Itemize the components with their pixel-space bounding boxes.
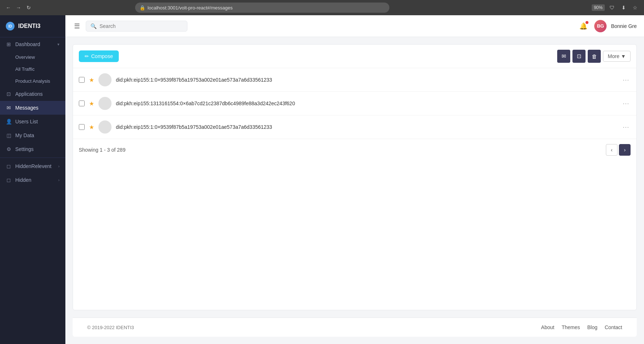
menu-toggle-button[interactable]: ☰ [73, 21, 81, 32]
footer-link-blog[interactable]: Blog [587, 324, 598, 330]
sidebar-label-all-traffic: All Traffic [15, 66, 35, 72]
messages-actions: ✉ ⊡ 🗑 More ▼ [557, 50, 631, 63]
message-options-2[interactable]: ⋯ [621, 99, 631, 107]
sidebar-label-hidden-relevent: HiddenRelevent [15, 163, 54, 169]
brand-icon: ID [6, 22, 15, 30]
sidebar-item-product-analysis[interactable]: Product Analysis [0, 75, 65, 87]
message-row-2[interactable]: ★ did:pkh:eip155:1313161554:0×6ab7cd21c2… [73, 92, 636, 115]
footer: © 2019-2022 IDENTI3 About Themes Blog Co… [73, 318, 637, 337]
message-checkbox-2[interactable] [79, 101, 85, 106]
user-name[interactable]: Bonnie Gre [611, 23, 637, 29]
message-address-2: did:pkh:eip155:1313161554:0×6ab7cd21c238… [116, 101, 617, 106]
bookmark-icon[interactable]: ☆ [631, 3, 640, 12]
refresh-button[interactable]: ↻ [25, 4, 33, 12]
sidebar-item-settings[interactable]: ⚙ Settings [0, 142, 65, 156]
sidebar-label-applications: Applications [15, 91, 60, 97]
archive-action-button[interactable]: ⊡ [572, 50, 586, 63]
footer-link-about[interactable]: About [541, 324, 555, 330]
message-checkbox-3[interactable] [79, 124, 85, 130]
pagination-prev-button[interactable]: ‹ [606, 144, 617, 156]
compose-icon: ✏ [85, 53, 89, 59]
footer-copyright: © 2019-2022 IDENTI3 [87, 325, 134, 330]
footer-links: About Themes Blog Contact [541, 324, 622, 330]
footer-link-themes[interactable]: Themes [562, 324, 580, 330]
applications-icon: ⊡ [6, 91, 12, 97]
message-address-3: did:pkh:eip155:1:0×9539f87b5a19753a002e0… [116, 124, 617, 130]
pagination-row: Showing 1 - 3 of 289 ‹ › [73, 139, 636, 161]
forward-button[interactable]: → [15, 4, 23, 12]
search-input[interactable] [100, 23, 183, 29]
sidebar-item-applications[interactable]: ⊡ Applications [0, 87, 65, 101]
sidebar-label-messages: Messages [15, 105, 60, 111]
star-icon-1[interactable]: ★ [89, 77, 94, 83]
notifications-button[interactable]: 🔔 [577, 20, 590, 33]
star-icon-3[interactable]: ★ [89, 124, 94, 131]
message-options-3[interactable]: ⋯ [621, 123, 631, 131]
sidebar-label-product-analysis: Product Analysis [15, 78, 50, 84]
message-options-1[interactable]: ⋯ [621, 76, 631, 84]
brand-name: IDENTI3 [18, 23, 40, 29]
sidebar-brand: ID IDENTI3 [0, 15, 65, 37]
messages-panel: ✏ Compose ✉ ⊡ 🗑 More ▼ [73, 44, 637, 310]
extension-icon[interactable]: 🛡 [608, 3, 616, 12]
chevron-right-icon: › [58, 164, 60, 168]
topbar-right: 🔔 BG Bonnie Gre [577, 20, 637, 33]
footer-link-contact[interactable]: Contact [605, 324, 622, 330]
sidebar-item-hidden-relevent[interactable]: ◻ HiddenRelevent › [0, 159, 65, 173]
message-checkbox-1[interactable] [79, 77, 85, 83]
pagination-next-button[interactable]: › [619, 144, 631, 156]
sidebar-label-users-list: Users List [15, 119, 60, 124]
messages-toolbar: ✏ Compose ✉ ⊡ 🗑 More ▼ [73, 45, 636, 68]
zoom-level[interactable]: 90% [592, 4, 605, 11]
sidebar-item-overview[interactable]: Overview [0, 51, 65, 63]
browser-chrome: ← → ↻ 🔒 localhost:3001/volt-pro-react#/m… [0, 0, 644, 15]
message-row[interactable]: ★ did:pkh:eip155:1:0×9539f87b5a19753a002… [73, 68, 636, 92]
settings-icon: ⚙ [6, 146, 12, 152]
trash-action-button[interactable]: 🗑 [588, 50, 601, 63]
download-icon[interactable]: ⬇ [619, 3, 628, 12]
sidebar-item-my-data[interactable]: ◫ My Data [0, 128, 65, 142]
more-label: More ▼ [608, 53, 626, 59]
pagination-buttons: ‹ › [606, 144, 631, 156]
message-avatar-1 [98, 73, 112, 86]
message-list: ★ did:pkh:eip155:1:0×9539f87b5a19753a002… [73, 68, 636, 139]
sidebar-item-all-traffic[interactable]: All Traffic [0, 63, 65, 75]
sidebar-item-hidden[interactable]: ◻ Hidden › [0, 173, 65, 187]
star-icon-2[interactable]: ★ [89, 100, 94, 107]
hidden-relevent-icon: ◻ [6, 163, 12, 169]
mail-action-button[interactable]: ✉ [557, 50, 570, 63]
main-content: ☰ 🔍 🔔 BG Bonnie Gre ✏ [65, 15, 644, 344]
browser-nav-buttons: ← → ↻ [4, 4, 33, 12]
sidebar: ID IDENTI3 ⊞ Dashboard ▾ Overview All Tr… [0, 15, 65, 344]
chevron-down-icon: ▾ [57, 42, 60, 47]
sidebar-label-overview: Overview [15, 54, 35, 60]
notification-badge [586, 21, 588, 24]
compose-button[interactable]: ✏ Compose [79, 50, 119, 62]
sidebar-item-messages[interactable]: ✉ Messages [0, 101, 65, 115]
app-layout: ID IDENTI3 ⊞ Dashboard ▾ Overview All Tr… [0, 15, 644, 344]
security-icon: 🔒 [139, 5, 145, 11]
messages-icon: ✉ [6, 105, 12, 111]
compose-label: Compose [91, 53, 113, 59]
message-row-3[interactable]: ★ did:pkh:eip155:1:0×9539f87b5a19753a002… [73, 115, 636, 139]
sidebar-divider [0, 157, 65, 158]
sidebar-label-my-data: My Data [15, 132, 60, 138]
users-icon: 👤 [6, 119, 12, 124]
dashboard-icon: ⊞ [6, 41, 12, 47]
hidden-icon: ◻ [6, 177, 12, 183]
message-avatar-2 [98, 97, 112, 110]
chevron-right-icon-2: › [58, 178, 60, 182]
back-button[interactable]: ← [4, 4, 12, 12]
browser-icons: 90% 🛡 ⬇ ☆ [592, 3, 640, 12]
sidebar-item-users-list[interactable]: 👤 Users List [0, 115, 65, 128]
address-bar[interactable]: 🔒 localhost:3001/volt-pro-react#/message… [135, 3, 389, 13]
message-address-1: did:pkh:eip155:1:0×9539f87b5a19753a002e0… [116, 77, 617, 83]
avatar[interactable]: BG [594, 20, 607, 32]
search-icon: 🔍 [90, 23, 97, 29]
topbar: ☰ 🔍 🔔 BG Bonnie Gre [65, 15, 644, 37]
message-avatar-3 [98, 120, 112, 134]
more-button[interactable]: More ▼ [603, 51, 631, 62]
pagination-info: Showing 1 - 3 of 289 [79, 147, 125, 153]
search-container: 🔍 [86, 21, 187, 32]
sidebar-item-dashboard[interactable]: ⊞ Dashboard ▾ [0, 37, 65, 51]
